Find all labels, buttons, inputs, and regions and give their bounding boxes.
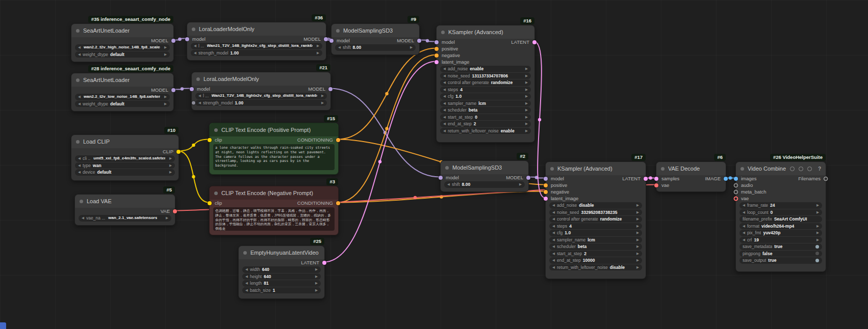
- collapse-dot-icon[interactable]: [445, 166, 449, 170]
- file-widget[interactable]: wan2.2_t2v_low_noise_14B_fp8.safeten ...: [75, 94, 170, 100]
- model-input-port[interactable]: [185, 37, 189, 41]
- toggle-dot-icon[interactable]: [815, 245, 819, 249]
- decrement-arrow-icon[interactable]: [338, 44, 341, 51]
- decrement-arrow-icon[interactable]: [552, 237, 555, 243]
- device-widget[interactable]: devicedefault: [75, 169, 175, 176]
- decrement-arrow-icon[interactable]: [552, 243, 555, 250]
- seaart-unet-loader-28[interactable]: #28 inference_seaart_comfy_nodeSeaArtUne…: [71, 73, 174, 112]
- scheduler-widget[interactable]: schedulerbeta: [440, 107, 531, 114]
- decrement-arrow-icon[interactable]: [245, 273, 248, 280]
- shift-widget[interactable]: shift8.00: [444, 181, 525, 188]
- collapse-dot-icon[interactable]: [550, 167, 554, 171]
- increment-arrow-icon[interactable]: [169, 162, 172, 169]
- decrement-arrow-icon[interactable]: [552, 202, 555, 209]
- decrement-arrow-icon[interactable]: [78, 155, 81, 162]
- increment-arrow-icon[interactable]: [636, 257, 639, 264]
- increment-arrow-icon[interactable]: [315, 266, 318, 273]
- collapse-dot-icon[interactable]: [336, 29, 340, 33]
- decrement-arrow-icon[interactable]: [552, 264, 555, 271]
- increment-arrow-icon[interactable]: [525, 100, 528, 107]
- collapse-dot-icon[interactable]: [214, 191, 218, 195]
- increment-arrow-icon[interactable]: [525, 66, 528, 72]
- decrement-arrow-icon[interactable]: [194, 43, 196, 49]
- steps-widget[interactable]: steps4: [440, 87, 531, 93]
- increment-arrow-icon[interactable]: [525, 87, 528, 93]
- decrement-arrow-icon[interactable]: [447, 181, 450, 188]
- collapse-dot-icon[interactable]: [243, 251, 247, 255]
- vae-na-widget[interactable]: vae_na ...wan_2.1_vae.safetensors: [79, 215, 171, 222]
- vae-input-port[interactable]: [734, 196, 738, 201]
- return-with-leftover-noise-widget[interactable]: return_with_leftover_noisedisable: [549, 264, 642, 271]
- ksampler-advanced-16[interactable]: #16KSampler (Advanced)modelLATENTpositiv…: [436, 25, 535, 143]
- decrement-arrow-icon[interactable]: [443, 79, 446, 86]
- weight-dtype-widget[interactable]: weight_dtypedefault: [75, 51, 170, 58]
- model-sampling-sd3-9[interactable]: #9ModelSamplingSD3modelMODELshift8.00: [331, 23, 420, 55]
- lora-loader-model-only-21[interactable]: #21LoraLoaderModelOnlymodelMODELl ...Wan…: [191, 72, 331, 111]
- add-noise-widget[interactable]: add_noiseenable: [440, 66, 531, 72]
- prompt-textarea[interactable]: a lone character walks through rain-soak…: [213, 144, 335, 170]
- empty-hunyuan-latent-video-25[interactable]: #25EmptyHunyuanLatentVideoLATENTwidth640…: [238, 245, 325, 299]
- increment-arrow-icon[interactable]: [636, 243, 639, 250]
- decrement-arrow-icon[interactable]: [443, 121, 446, 127]
- increment-arrow-icon[interactable]: [636, 237, 639, 243]
- decrement-arrow-icon[interactable]: [245, 266, 248, 273]
- increment-arrow-icon[interactable]: [636, 202, 639, 209]
- decrement-arrow-icon[interactable]: [552, 223, 555, 230]
- increment-arrow-icon[interactable]: [816, 202, 819, 209]
- filename-prefix-widget[interactable]: filename_prefixSeaArt ComfyUI: [739, 216, 822, 223]
- collapse-dot-icon[interactable]: [76, 29, 80, 33]
- decrement-arrow-icon[interactable]: [552, 257, 555, 264]
- decrement-arrow-icon[interactable]: [198, 93, 201, 99]
- control-after-generate-widget[interactable]: control after generaterandomize: [549, 216, 642, 223]
- toggle-dot-icon[interactable]: [815, 259, 819, 262]
- decrement-arrow-icon[interactable]: [78, 51, 81, 58]
- length-widget[interactable]: length81: [242, 280, 321, 287]
- images-input-port[interactable]: [734, 177, 738, 181]
- height-widget[interactable]: height640: [242, 273, 321, 280]
- increment-arrow-icon[interactable]: [816, 237, 819, 243]
- save-metadata-widget[interactable]: save_metadatatrue: [739, 243, 822, 250]
- image-output-port[interactable]: [724, 177, 728, 181]
- increment-arrow-icon[interactable]: [525, 79, 528, 86]
- decrement-arrow-icon[interactable]: [82, 215, 84, 222]
- latent-output-port[interactable]: [644, 177, 648, 181]
- clip-input-port[interactable]: [208, 201, 212, 205]
- loop-count-widget[interactable]: loop_count0: [739, 209, 822, 216]
- increment-arrow-icon[interactable]: [169, 155, 172, 162]
- collapse-dot-icon[interactable]: [741, 167, 744, 171]
- decrement-arrow-icon[interactable]: [78, 162, 81, 169]
- meta-batch-input-port[interactable]: [734, 189, 738, 194]
- conditioning-output-port[interactable]: [336, 138, 340, 142]
- increment-arrow-icon[interactable]: [315, 280, 318, 287]
- increment-arrow-icon[interactable]: [525, 128, 528, 134]
- increment-arrow-icon[interactable]: [816, 223, 819, 230]
- decrement-arrow-icon[interactable]: [443, 93, 446, 100]
- decrement-arrow-icon[interactable]: [78, 94, 81, 100]
- cfg-widget[interactable]: cfg1.0: [549, 230, 642, 236]
- increment-arrow-icon[interactable]: [525, 73, 528, 79]
- collapse-dot-icon[interactable]: [441, 31, 445, 34]
- increment-arrow-icon[interactable]: [164, 94, 167, 100]
- model-output-port[interactable]: [171, 88, 175, 92]
- add-noise-widget[interactable]: add_noisedisable: [549, 202, 642, 209]
- weight-dtype-widget[interactable]: weight_dtypedefault: [75, 101, 170, 107]
- decrement-arrow-icon[interactable]: [245, 287, 248, 294]
- pingpong-widget[interactable]: pingpongfalse: [739, 251, 822, 257]
- scheduler-widget[interactable]: schedulerbeta: [549, 243, 642, 250]
- steps-widget[interactable]: steps4: [549, 223, 642, 230]
- decrement-arrow-icon[interactable]: [194, 50, 196, 57]
- decrement-arrow-icon[interactable]: [743, 223, 745, 230]
- lora-loader-model-only-36[interactable]: #36LoraLoaderModelOnlymodelMODELl ...Wan…: [187, 22, 326, 61]
- increment-arrow-icon[interactable]: [525, 121, 528, 127]
- decrement-arrow-icon[interactable]: [443, 114, 446, 121]
- increment-arrow-icon[interactable]: [636, 216, 639, 223]
- vae-output-port[interactable]: [173, 209, 177, 213]
- increment-arrow-icon[interactable]: [166, 215, 168, 222]
- ksampler-advanced-17[interactable]: #17KSampler (Advanced)modelLATENTpositiv…: [545, 161, 646, 279]
- increment-arrow-icon[interactable]: [169, 169, 172, 176]
- increment-arrow-icon[interactable]: [315, 287, 318, 294]
- strength-model-widget[interactable]: strength_model1.00: [191, 50, 322, 57]
- decrement-arrow-icon[interactable]: [443, 73, 446, 79]
- negative-input-port[interactable]: [544, 190, 548, 194]
- collapse-dot-icon[interactable]: [76, 140, 80, 144]
